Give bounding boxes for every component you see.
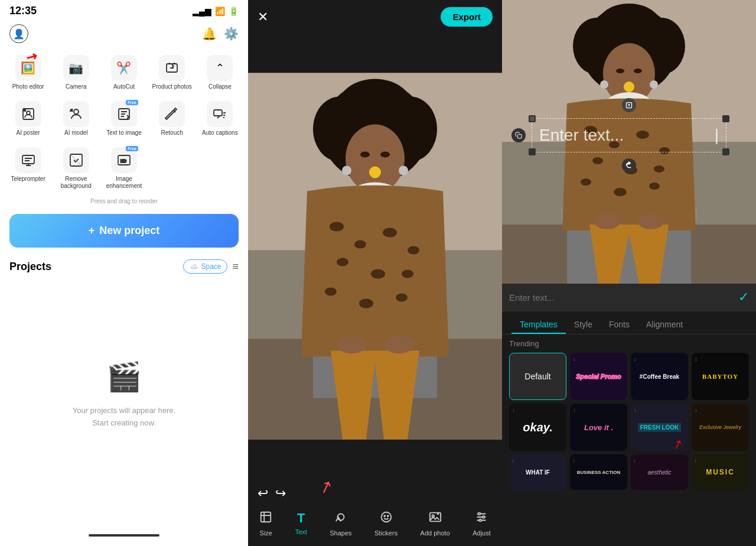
text-input-field[interactable] bbox=[509, 292, 738, 303]
canvas-photo bbox=[248, 34, 502, 479]
svg-point-35 bbox=[359, 299, 373, 308]
template-card-okay[interactable]: ↓ okay. bbox=[509, 404, 566, 451]
tabs-bar: Templates Style Fonts Alignment bbox=[502, 311, 756, 334]
camera-label: Camera bbox=[66, 83, 87, 90]
text-overlay-box[interactable]: Enter text... | bbox=[532, 118, 726, 152]
dl-icon-music: ↓ bbox=[694, 457, 697, 463]
trending-section: Trending Default ↓ Special Promo ↓ #Coff… bbox=[502, 334, 756, 490]
size-label: Size bbox=[260, 529, 272, 537]
text-tool[interactable]: T Text bbox=[295, 511, 307, 537]
resize-handle-tl[interactable] bbox=[529, 115, 536, 122]
tool-teleprompter[interactable]: Teleprompter bbox=[5, 142, 51, 194]
home-indicator bbox=[89, 534, 159, 537]
template-card-music[interactable]: ↓ MUSIC bbox=[692, 454, 749, 490]
template-music-label: MUSIC bbox=[706, 468, 735, 476]
size-icon bbox=[259, 511, 272, 527]
template-card-special-promo[interactable]: ↓ Special Promo bbox=[570, 353, 627, 400]
tool-ai-model[interactable]: AI AI model bbox=[53, 96, 99, 141]
template-default-label: Default bbox=[524, 372, 550, 381]
svg-point-30 bbox=[408, 246, 419, 255]
template-card-love-it[interactable]: ↓ Love it . bbox=[570, 404, 627, 451]
tool-text-to-image[interactable]: Free Text to image bbox=[100, 96, 147, 141]
resize-handle-br[interactable] bbox=[722, 148, 729, 155]
new-project-button[interactable]: + New project bbox=[9, 214, 239, 248]
auto-captions-icon bbox=[207, 101, 233, 127]
tab-style[interactable]: Style bbox=[566, 316, 601, 334]
ai-model-icon: AI bbox=[63, 101, 89, 127]
ai-poster-label: AI poster bbox=[17, 129, 40, 136]
svg-point-50 bbox=[480, 519, 482, 522]
export-button[interactable]: Export bbox=[441, 7, 493, 27]
size-tool[interactable]: Size bbox=[259, 511, 272, 537]
template-card-coffee-break[interactable]: ↓ #Coffee Break bbox=[631, 353, 688, 400]
preview-canvas[interactable]: Enter text... | bbox=[502, 0, 756, 284]
add-photo-label: Add photo bbox=[421, 529, 450, 537]
stickers-tool[interactable]: Stickers bbox=[374, 511, 397, 537]
free-badge-image: Free bbox=[126, 146, 138, 151]
tab-fonts[interactable]: Fonts bbox=[601, 316, 638, 334]
tool-remove-background[interactable]: Remove background bbox=[53, 142, 99, 194]
top-bar: 👤 🔔 ⚙️ bbox=[0, 22, 248, 48]
editor-close-button[interactable]: ✕ bbox=[258, 9, 268, 25]
tool-autocut[interactable]: ✂️ AutoCut bbox=[100, 50, 147, 95]
dl-icon-business: ↓ bbox=[572, 457, 575, 463]
add-photo-icon bbox=[429, 511, 442, 527]
tab-templates[interactable]: Templates bbox=[511, 316, 566, 334]
notification-icon[interactable]: 🔔 bbox=[202, 27, 217, 41]
template-card-whatif[interactable]: ↓ WHAT IF bbox=[509, 454, 566, 490]
projects-controls: ☁️ Space ≡ bbox=[183, 259, 239, 274]
delete-handle[interactable] bbox=[622, 98, 636, 112]
template-card-fresh-look[interactable]: ↓ FRESH LOOK ↗ bbox=[631, 404, 688, 451]
add-photo-tool[interactable]: Add photo bbox=[421, 511, 450, 537]
svg-point-77 bbox=[638, 214, 664, 229]
autocut-icon: ✂️ bbox=[111, 55, 137, 81]
settings-icon[interactable]: ⚙️ bbox=[224, 27, 239, 41]
shapes-tool[interactable]: Shapes bbox=[330, 511, 351, 537]
retouch-label: Retouch bbox=[161, 129, 183, 136]
tool-photo-editor[interactable]: 🖼️ ↗ Photo editor bbox=[5, 50, 51, 95]
tool-retouch[interactable]: Retouch bbox=[149, 96, 195, 141]
tool-collapse[interactable]: ⌃ Collapse bbox=[197, 50, 243, 95]
template-card-business[interactable]: ↓ BUSINESS ACTION bbox=[570, 454, 627, 490]
template-card-exclusive[interactable]: ↓ Exclusive Jewelry bbox=[692, 404, 749, 451]
svg-point-64 bbox=[624, 82, 634, 92]
status-time: 12:35 bbox=[9, 5, 37, 17]
dl-icon-freshlook: ↓ bbox=[634, 407, 637, 413]
text-cursor: | bbox=[715, 126, 719, 145]
svg-point-74 bbox=[614, 188, 627, 196]
space-button[interactable]: ☁️ Space bbox=[183, 259, 227, 274]
profile-icon[interactable]: 👤 bbox=[9, 24, 28, 43]
editor-canvas[interactable] bbox=[248, 34, 502, 479]
copy-handle[interactable] bbox=[511, 128, 526, 142]
template-card-babytoy[interactable]: ↓ BABYTOY bbox=[692, 353, 749, 400]
dl-icon-babytoy: ↓ bbox=[695, 356, 698, 362]
svg-point-28 bbox=[354, 240, 366, 249]
photo-editor-label: Photo editor bbox=[12, 83, 44, 90]
text-confirm-button[interactable]: ✓ bbox=[738, 290, 749, 305]
tool-image-enhancement[interactable]: Free HD Image enhancement bbox=[100, 142, 147, 194]
adjust-tool[interactable]: Adjust bbox=[472, 511, 491, 537]
template-card-aesthetic[interactable]: ↓ aesthetic bbox=[631, 454, 688, 490]
tool-ai-poster[interactable]: AI AI poster bbox=[5, 96, 51, 141]
svg-point-44 bbox=[384, 515, 385, 516]
redo-button[interactable]: ↪ bbox=[275, 486, 286, 501]
tab-alignment[interactable]: Alignment bbox=[638, 316, 691, 334]
svg-point-73 bbox=[581, 178, 591, 186]
resize-handle-tr[interactable] bbox=[722, 115, 729, 122]
tool-auto-captions[interactable]: Auto captions bbox=[197, 96, 243, 141]
tool-camera[interactable]: 📷 Camera bbox=[53, 50, 99, 95]
ai-poster-icon: AI bbox=[15, 101, 41, 127]
template-business-label: BUSINESS ACTION bbox=[575, 467, 623, 477]
resize-handle-bl[interactable] bbox=[529, 148, 536, 155]
svg-point-27 bbox=[330, 222, 344, 232]
battery-icon: 🔋 bbox=[229, 6, 239, 16]
svg-point-39 bbox=[342, 166, 351, 176]
film-icon: 🎬 bbox=[106, 355, 142, 400]
undo-button[interactable]: ↩ bbox=[258, 486, 268, 501]
rotate-handle[interactable] bbox=[622, 158, 636, 173]
svg-point-33 bbox=[402, 270, 413, 278]
status-bar: 12:35 ▂▄▆ 📶 🔋 bbox=[0, 0, 248, 22]
template-card-default[interactable]: Default bbox=[509, 353, 566, 400]
sort-icon[interactable]: ≡ bbox=[232, 261, 239, 273]
tool-product-photos[interactable]: Product photos bbox=[149, 50, 195, 95]
